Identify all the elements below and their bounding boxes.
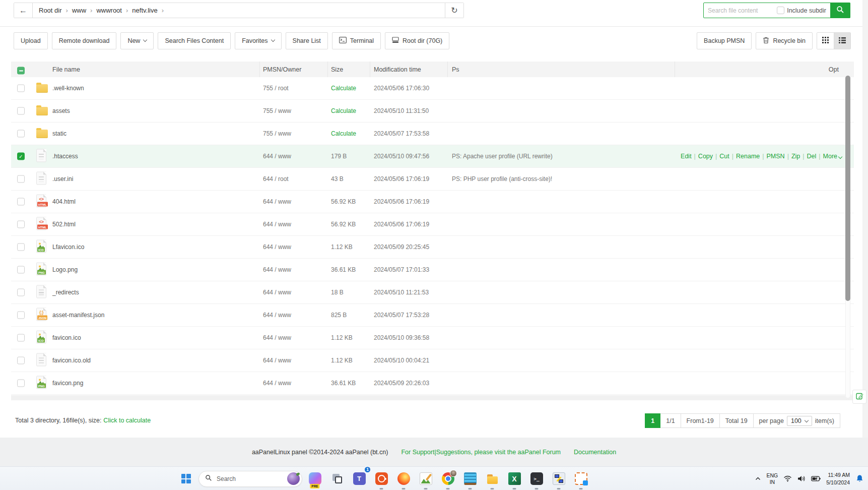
row-checkbox[interactable] [17,107,25,115]
header-pmsn-owner[interactable]: PMSN/Owner [263,66,301,73]
action-cut[interactable]: Cut [719,153,729,160]
file-name[interactable]: favicon.ico.old [52,357,91,364]
wifi-icon[interactable] [783,475,792,482]
breadcrumb-item[interactable]: www [72,7,86,14]
remote-download-button[interactable]: Remote download [52,32,117,49]
action-edit[interactable]: Edit [681,153,692,160]
notification-bell-icon[interactable] [855,474,864,483]
documentation-link[interactable]: Documentation [574,449,616,456]
taskbar-icon-image-editor[interactable] [416,467,435,490]
row-checkbox[interactable] [17,380,25,387]
table-row[interactable]: .well-known755 / rootCalculate2024/05/06… [11,77,854,100]
taskbar-icon-start[interactable] [176,467,195,490]
per-page-select[interactable]: 100 [787,416,812,426]
file-name[interactable]: .user.ini [52,175,73,182]
include-subdir-option[interactable]: Include subdir [777,7,830,14]
row-checkbox[interactable] [17,85,25,92]
file-size[interactable]: Calculate [331,107,356,114]
breadcrumb-item[interactable]: neftv.live [132,7,157,14]
row-checkbox[interactable] [17,198,25,206]
taskbar-icon-putty[interactable] [549,467,568,490]
table-row[interactable]: PNGLogo.png644 / www36.61 KB2024/05/07 1… [11,259,854,281]
table-row[interactable]: PNGfavicon.png644 / www36.61 KB2024/05/0… [11,372,854,395]
file-size[interactable]: Calculate [331,85,356,92]
table-row[interactable]: _redirects644 / www18 B2024/05/10 11:21:… [11,281,854,304]
file-name[interactable]: asset-manifest.json [52,312,104,319]
search-input[interactable] [704,7,777,14]
taskbar-icon-task-view[interactable] [327,467,347,490]
favorites-button[interactable]: Favorites [235,32,281,49]
action-pmsn[interactable]: PMSN [767,153,785,160]
file-name[interactable]: assets [52,107,70,114]
action-zip[interactable]: Zip [791,153,800,160]
select-all-checkbox[interactable] [17,67,25,75]
file-name[interactable]: 404.html [52,198,76,205]
table-row[interactable]: ICOLfavicon.ico644 / www1.12 KB2024/05/0… [11,236,854,259]
calculate-size-link[interactable]: Click to calculate [103,417,151,424]
clock[interactable]: 11:49 AM5/10/2024 [826,471,850,485]
row-checkbox[interactable] [17,334,25,342]
file-name[interactable]: 502.html [52,221,76,228]
file-name[interactable]: favicon.png [52,380,83,387]
terminal-button[interactable]: Terminal [332,32,381,49]
breadcrumb-item[interactable]: wwwroot [96,7,122,14]
table-row[interactable]: ICOfavicon.ico644 / www1.12 KB2024/05/10… [11,327,854,349]
taskbar-icon-remote-desktop[interactable] [571,467,590,490]
share-list-button[interactable]: Share List [286,32,328,49]
taskbar-icon-ubuntu[interactable] [372,467,391,490]
header-modification-time[interactable]: Modification time [374,66,421,73]
file-name[interactable]: favicon.ico [52,334,81,341]
action-copy[interactable]: Copy [698,153,713,160]
taskbar-icon-notepad[interactable] [460,467,480,490]
grid-view-button[interactable] [817,33,834,49]
file-name[interactable]: _redirects [52,289,79,296]
backup-pmsn-button[interactable]: Backup PMSN [697,32,752,49]
file-name[interactable]: .htaccess [52,153,78,160]
upload-button[interactable]: Upload [14,32,48,49]
row-checkbox[interactable] [17,289,25,296]
taskbar-icon-chrome[interactable] [438,467,457,490]
row-checkbox[interactable] [17,130,25,138]
language-indicator[interactable]: ENGIN [767,472,778,485]
taskbar-icon-terminal[interactable]: >_ [527,467,546,490]
taskbar-search-box[interactable]: Search [198,471,302,487]
taskbar-icon-excel[interactable]: X [505,467,524,490]
table-row[interactable]: ✓.htaccess644 / www179 B2024/05/10 09:47… [11,145,854,168]
include-subdir-checkbox[interactable] [777,7,784,14]
table-row[interactable]: static755 / wwwCalculate2024/05/07 17:53… [11,122,854,145]
row-checkbox[interactable] [17,312,25,319]
support-forum-link[interactable]: For Support|Suggestions, please visit th… [401,449,561,456]
row-checkbox[interactable] [17,357,25,364]
back-button[interactable]: ← [14,3,33,18]
root-dir-button[interactable]: Root dir (70G) [385,32,449,49]
row-checkbox[interactable] [17,266,25,274]
tray-expand-button[interactable] [755,475,761,482]
scrollbar-thumb[interactable] [845,76,850,301]
action-more[interactable]: More [823,153,842,160]
breadcrumb-item[interactable]: Root dir [39,7,62,14]
header-file-name[interactable]: File name [52,66,80,73]
table-row[interactable]: <>HTML502.html644 / www56.92 KB2024/05/0… [11,213,854,236]
battery-charging-icon[interactable] [811,476,821,481]
row-checkbox[interactable]: ✓ [17,153,25,160]
file-name[interactable]: Logo.png [52,266,78,273]
file-name[interactable]: static [52,130,66,137]
file-name[interactable]: .well-known [52,85,84,92]
search-files-content-button[interactable]: Search Files Content [158,32,231,49]
taskbar-icon-firefox[interactable] [394,467,413,490]
file-size[interactable]: Calculate [331,130,356,137]
recycle-bin-button[interactable]: Recycle bin [756,32,813,49]
volume-icon[interactable] [797,475,806,482]
quick-edit-button[interactable] [852,390,866,404]
table-row[interactable]: {;}JSONasset-manifest.json644 / www825 B… [11,304,854,327]
row-checkbox[interactable] [17,243,25,251]
taskbar-icon-file-explorer[interactable] [483,467,502,490]
list-view-button[interactable] [834,33,850,49]
taskbar-icon-copilot[interactable]: PRE [305,467,324,490]
action-rename[interactable]: Rename [736,153,760,160]
file-name[interactable]: Lfavicon.ico [52,243,84,251]
table-row[interactable]: <>HTML404.html644 / www56.92 KB2024/05/0… [11,191,854,213]
header-size[interactable]: Size [331,66,343,73]
table-row[interactable]: favicon.ico.old644 / www1.12 KB2024/05/1… [11,349,854,372]
page-1-button[interactable]: 1 [645,413,660,428]
